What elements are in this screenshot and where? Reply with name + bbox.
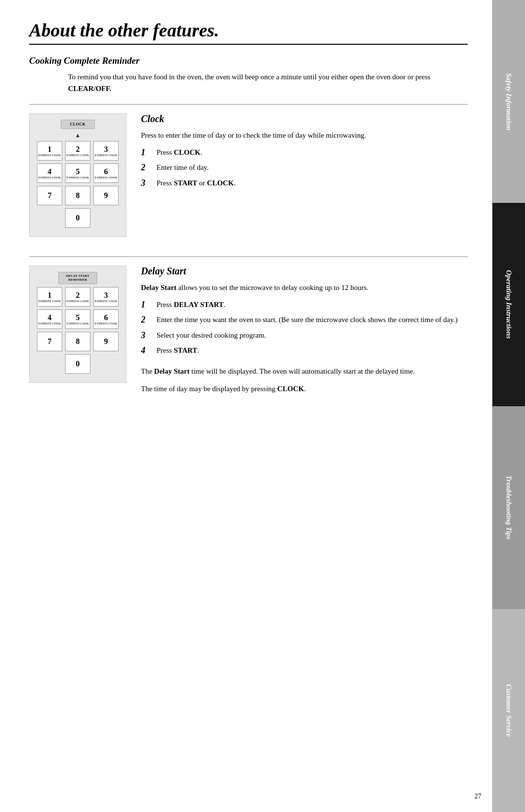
clock-row-1: 1 EXPRESS COOK 2 EXPRESS COOK 3 EXPRESS … — [35, 141, 120, 161]
delay-footer: The Delay Start time will be displayed. … — [141, 365, 468, 395]
clock-row-zero: 0 — [35, 208, 120, 228]
keypad-btn-1: 1 EXPRESS COOK — [37, 141, 62, 161]
delay-section-rule — [29, 256, 468, 257]
delay-footer-1: The Delay Start time will be displayed. … — [141, 365, 468, 377]
delay-btn-3: 3 EXPRESS COOK — [93, 287, 119, 307]
clock-keypad-col: CLOCK ▲ 1 EXPRESS COOK 2 EXPRESS COOK 3 … — [29, 113, 126, 237]
step-text-3: Press START or CLOCK. — [157, 178, 236, 189]
delay-btn-1: 1 EXPRESS COOK — [37, 287, 62, 307]
delay-keypad: DELAY START REMINDER 1 EXPRESS COOK 2 EX… — [29, 266, 126, 383]
delay-row-1: 1 EXPRESS COOK 2 EXPRESS COOK 3 EXPRESS … — [35, 287, 120, 307]
delay-step-text-3: Select your desired cooking program. — [157, 330, 266, 341]
delay-step-text-2: Enter the time you want the oven to star… — [157, 314, 457, 325]
delay-step-num-2: 2 — [141, 314, 155, 325]
delay-btn-7: 7 — [37, 332, 62, 351]
delay-footer-1-text: time will be displayed. The oven will au… — [190, 367, 415, 375]
clock-row-3: 7 8 9 — [35, 186, 120, 205]
clock-row-2: 4 EXPRESS COOK 5 EXPRESS COOK 6 EXPRESS … — [35, 163, 120, 183]
delay-footer-2-bold: CLOCK — [277, 385, 304, 393]
delay-step-1: 1 Press DELAY START. — [141, 299, 468, 310]
delay-step-2: 2 Enter the time you want the oven to st… — [141, 314, 468, 325]
clock-step-2: 2 Enter time of day. — [141, 162, 468, 173]
sidebar-tab-safety[interactable]: Safety Information — [492, 0, 525, 203]
keypad-btn-5: 5 EXPRESS COOK — [65, 163, 90, 183]
title-divider — [29, 44, 468, 45]
delay-steps: 1 Press DELAY START. 2 Enter the time yo… — [141, 299, 468, 357]
delay-row-zero: 0 — [35, 354, 120, 374]
clock-step-3: 3 Press START or CLOCK. — [141, 178, 468, 189]
section-header-reminder: Cooking Complete Reminder — [29, 55, 468, 66]
clock-section-rule — [29, 104, 468, 105]
delay-step-text-4: Press START. — [157, 345, 199, 356]
sidebar-tab-customer[interactable]: Customer Service — [492, 609, 525, 812]
clock-steps: 1 Press CLOCK. 2 Enter time of day. 3 Pr… — [141, 147, 468, 189]
sidebar-tab-operating[interactable]: Operating Instructions — [492, 203, 525, 406]
step-num-1: 1 — [141, 147, 155, 158]
step-text-1: Press CLOCK. — [157, 147, 202, 158]
delay-btn-6: 6 EXPRESS COOK — [93, 309, 119, 329]
delay-top-button: DELAY START REMINDER — [58, 272, 97, 284]
delay-intro-text: allows you to set the microwave to delay… — [176, 284, 368, 291]
keypad-btn-9: 9 — [93, 186, 119, 205]
page-title: About the other features. — [29, 19, 468, 41]
clock-top-button: CLOCK — [61, 120, 95, 129]
keypad-btn-6: 6 EXPRESS COOK — [93, 163, 119, 183]
delay-btn-5: 5 EXPRESS COOK — [65, 309, 90, 329]
clock-step-1: 1 Press CLOCK. — [141, 147, 468, 158]
delay-step-4: 4 Press START. — [141, 345, 468, 356]
sidebar-label-troubleshooting: Troubleshooting Tips — [505, 475, 513, 540]
delay-row-3: 7 8 9 — [35, 332, 120, 351]
delay-footer-1-bold: Delay Start — [154, 367, 190, 375]
delay-btn-4: 4 EXPRESS COOK — [37, 309, 62, 329]
delay-header: Delay Start — [141, 266, 468, 277]
delay-step-num-3: 3 — [141, 330, 155, 341]
clock-keypad: CLOCK ▲ 1 EXPRESS COOK 2 EXPRESS COOK 3 … — [29, 113, 126, 237]
reminder-bold: CLEAR/OFF. — [68, 85, 111, 92]
delay-footer-2: The time of day may be displayed by pres… — [141, 383, 468, 395]
delay-section: DELAY START REMINDER 1 EXPRESS COOK 2 EX… — [29, 266, 468, 395]
delay-btn-8: 8 — [65, 332, 90, 351]
keypad-btn-7: 7 — [37, 186, 62, 205]
delay-step-num-4: 4 — [141, 345, 155, 356]
clock-info: Clock Press to enter the time of day or … — [141, 113, 468, 237]
step-num-3: 3 — [141, 178, 155, 189]
delay-btn-9: 9 — [93, 332, 119, 351]
delay-top-label-2: REMINDER — [61, 278, 94, 282]
delay-footer-2-text: The time of day may be displayed by pres… — [141, 385, 277, 393]
delay-step-3: 3 Select your desired cooking program. — [141, 330, 468, 341]
step-num-2: 2 — [141, 162, 155, 173]
keypad-btn-4: 4 EXPRESS COOK — [37, 163, 62, 183]
page-number: 27 — [474, 793, 481, 800]
reminder-text: To remind you that you have food in the … — [68, 71, 468, 94]
clock-arrow: ▲ — [35, 132, 120, 139]
delay-btn-2: 2 EXPRESS COOK — [65, 287, 90, 307]
delay-step-num-1: 1 — [141, 299, 155, 310]
delay-keypad-col: DELAY START REMINDER 1 EXPRESS COOK 2 EX… — [29, 266, 126, 395]
clock-description: Press to enter the time of day or to che… — [141, 129, 468, 141]
delay-top-label-1: DELAY START — [61, 274, 94, 278]
sidebar-label-operating: Operating Instructions — [505, 270, 513, 339]
delay-btn-0: 0 — [65, 354, 90, 374]
delay-row-2: 4 EXPRESS COOK 5 EXPRESS COOK 6 EXPRESS … — [35, 309, 120, 329]
delay-intro: Delay Start allows you to set the microw… — [141, 282, 468, 293]
sidebar-tab-troubleshooting[interactable]: Troubleshooting Tips — [492, 406, 525, 609]
keypad-btn-0: 0 — [65, 208, 90, 228]
keypad-btn-8: 8 — [65, 186, 90, 205]
sidebar-label-customer: Customer Service — [505, 684, 513, 737]
sidebar: Safety Information Operating Instruction… — [492, 0, 525, 812]
delay-intro-bold: Delay Start — [141, 284, 176, 291]
keypad-btn-3: 3 EXPRESS COOK — [93, 141, 119, 161]
sidebar-label-safety: Safety Information — [505, 73, 513, 130]
main-content: About the other features. Cooking Comple… — [0, 0, 492, 414]
clock-section: CLOCK ▲ 1 EXPRESS COOK 2 EXPRESS COOK 3 … — [29, 113, 468, 237]
delay-info: Delay Start Delay Start allows you to se… — [141, 266, 468, 395]
keypad-btn-2: 2 EXPRESS COOK — [65, 141, 90, 161]
reminder-text-content: To remind you that you have food in the … — [68, 73, 430, 81]
clock-header: Clock — [141, 113, 468, 125]
step-text-2: Enter time of day. — [157, 162, 209, 173]
delay-step-text-1: Press DELAY START. — [157, 299, 226, 310]
